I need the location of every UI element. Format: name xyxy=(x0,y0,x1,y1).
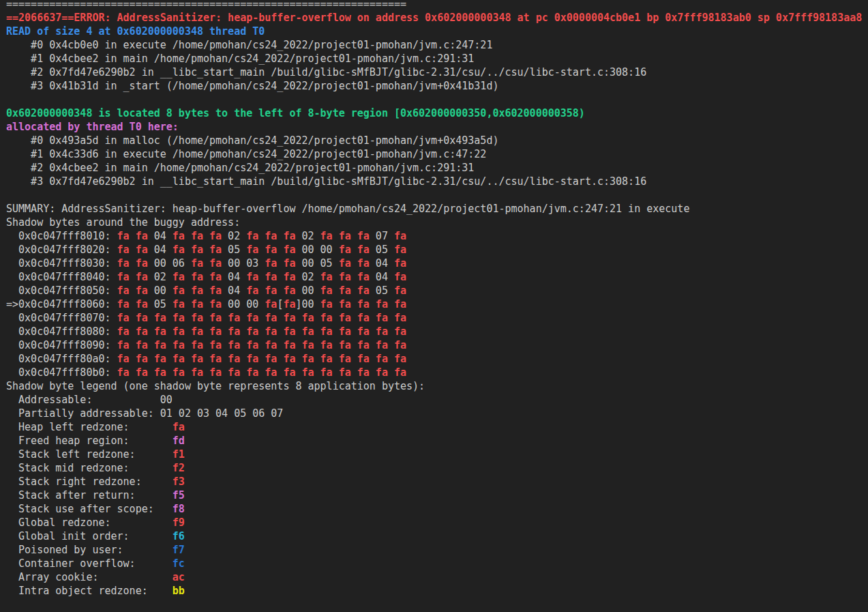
legend-row-text: Array cookie: xyxy=(6,571,173,583)
stack-frame: #1 0x4cbee2 in main /home/pmohan/cs24_20… xyxy=(6,52,868,65)
region-info-text: 0x602000000348 is located 8 bytes to the… xyxy=(6,107,585,119)
legend-row-text: Freed heap region: xyxy=(6,435,173,447)
shadow-row: 0x0c047fff8070: fa fa fa fa fa fa fa fa … xyxy=(6,311,868,325)
shadow-header-text: Shadow bytes around the buggy address: xyxy=(6,216,240,229)
stack-frame: #2 0x7fd47e6290b2 in __libc_start_main /… xyxy=(6,65,868,79)
terminal-output[interactable]: ========================================… xyxy=(0,0,868,598)
shadow-row-text: fa fa fa xyxy=(166,271,222,283)
legend-row-text: f8 xyxy=(173,503,185,515)
stack-frame: #3 0x7fd47e6290b2 in __libc_start_main /… xyxy=(6,175,868,188)
shadow-row-text: fa xyxy=(388,285,406,297)
shadow-row-text: fa fa xyxy=(333,244,370,256)
shadow-row-current-text: fa xyxy=(283,298,295,310)
shadow-row-text: 07 xyxy=(370,230,388,242)
region-info: 0x602000000348 is located 8 bytes to the… xyxy=(6,106,868,120)
stack-frame-text: #0 0x4cb0e0 in execute /home/pmohan/cs24… xyxy=(6,39,492,51)
legend-row: Array cookie: ac xyxy=(6,570,868,584)
shadow-row-text: 0x0c047fff8020: xyxy=(6,244,111,256)
stack-frame-text: #1 0x4c33d6 in execute /home/pmohan/cs24… xyxy=(6,148,486,160)
shadow-row-text: 00 xyxy=(148,285,166,297)
shadow-row-text: 00 05 xyxy=(295,257,332,269)
shadow-row-text: fa fa fa fa fa fa fa fa fa fa fa fa fa f… xyxy=(111,366,406,379)
legend-row: Global redzone: f9 xyxy=(6,516,868,529)
shadow-row-text: 02 xyxy=(295,230,314,242)
shadow-row-current-text: fa xyxy=(258,298,277,310)
stack-frame: #0 0x493a5d in malloc (/home/pmohan/cs24… xyxy=(6,134,868,147)
blank xyxy=(6,188,868,202)
shadow-row-text: fa xyxy=(388,257,406,269)
shadow-row-text: fa xyxy=(388,230,406,242)
legend-row: Stack use after scope: f8 xyxy=(6,502,868,516)
legend-row: Freed heap region: fd xyxy=(6,434,868,448)
shadow-row-text: 0x0c047fff8040: xyxy=(6,271,111,283)
legend-row-text: Stack left redzone: xyxy=(6,448,173,461)
legend-row-text: fd xyxy=(173,435,185,447)
shadow-row-text: fa fa fa xyxy=(314,271,370,283)
shadow-row-text: 00 00 xyxy=(295,244,332,256)
shadow-row-text: fa fa fa xyxy=(240,244,295,256)
shadow-row-text: 02 xyxy=(295,271,314,283)
shadow-row-text: 05 xyxy=(222,244,240,256)
legend-row-text: Global init order: xyxy=(6,530,173,542)
alloc-header-text: allocated by thread T0 here: xyxy=(6,121,179,133)
legend-row-text: Stack right redzone: xyxy=(6,476,173,488)
legend-row-text: bb xyxy=(173,585,185,597)
shadow-row-text: 04 xyxy=(222,285,240,297)
shadow-row-text: fa fa fa xyxy=(240,230,295,242)
shadow-row-text: 0x0c047fff8080: xyxy=(6,325,111,338)
stack-frame: #1 0x4c33d6 in execute /home/pmohan/cs24… xyxy=(6,147,868,161)
shadow-row-text: 04 xyxy=(370,271,388,283)
shadow-row-text: 02 xyxy=(222,230,240,242)
legend-row: Stack left redzone: f1 xyxy=(6,448,868,461)
shadow-row-text: fa fa fa xyxy=(240,285,295,297)
alloc-header: allocated by thread T0 here: xyxy=(6,120,868,134)
legend-row-text: Stack use after scope: xyxy=(6,503,173,515)
stack-frame-text: #2 0x7fd47e6290b2 in __libc_start_main /… xyxy=(6,66,646,78)
stack-frame: #0 0x4cb0e0 in execute /home/pmohan/cs24… xyxy=(6,38,868,52)
legend-row: Partially addressable: 01 02 03 04 05 06… xyxy=(6,407,868,420)
legend-row-text: f7 xyxy=(173,544,185,556)
shadow-row: 0x0c047fff8080: fa fa fa fa fa fa fa fa … xyxy=(6,325,868,338)
legend-row-text: f3 xyxy=(173,476,185,488)
shadow-row-text: fa fa xyxy=(258,257,295,269)
stack-frame-text: #2 0x4cbee2 in main /home/pmohan/cs24_20… xyxy=(6,162,474,174)
stack-frame-text: #3 0x7fd47e6290b2 in __libc_start_main /… xyxy=(6,175,646,188)
stack-frame: #3 0x41b31d in _start (/home/pmohan/cs24… xyxy=(6,79,868,93)
shadow-row-text: fa fa fa xyxy=(314,230,370,242)
legend-row: Global init order: f6 xyxy=(6,529,868,543)
shadow-row-text: 04 xyxy=(148,230,166,242)
shadow-row: 0x0c047fff8020: fa fa 04 fa fa fa 05 fa … xyxy=(6,243,868,257)
shadow-row-text: 02 xyxy=(148,271,166,283)
shadow-row-text: fa fa xyxy=(111,285,148,297)
shadow-row-current-text: =>0x0c047fff8060: xyxy=(6,298,111,310)
shadow-row: 0x0c047fff8030: fa fa 00 06 fa fa 00 03 … xyxy=(6,257,868,270)
error-line-text: ==2066637==ERROR: AddressSanitizer: heap… xyxy=(6,12,862,24)
stack-frame: #2 0x4cbee2 in main /home/pmohan/cs24_20… xyxy=(6,161,868,175)
shadow-row-text: fa xyxy=(388,244,406,256)
shadow-row-text: fa fa xyxy=(185,257,222,269)
shadow-row-current-text: fa fa fa fa fa xyxy=(314,298,406,310)
shadow-row-current-text: 05 xyxy=(148,298,166,310)
legend-header-text: Shadow byte legend (one shadow byte repr… xyxy=(6,380,425,392)
legend-row: Poisoned by user: f7 xyxy=(6,543,868,557)
separator: ========================================… xyxy=(6,0,868,11)
legend-row-text: f9 xyxy=(173,516,185,529)
shadow-row-current-text: 00 00 xyxy=(222,298,258,310)
shadow-row-text: 05 xyxy=(370,244,388,256)
shadow-row-text: fa fa fa xyxy=(166,285,222,297)
shadow-row: 0x0c047fff80a0: fa fa fa fa fa fa fa fa … xyxy=(6,352,868,366)
shadow-row-text: 00 06 xyxy=(148,257,185,269)
shadow-row-text: fa fa fa fa fa fa fa fa fa fa fa fa fa f… xyxy=(111,339,406,351)
shadow-row-text: fa fa xyxy=(333,257,370,269)
legend-row-text: Stack after return: xyxy=(6,489,173,501)
shadow-row-text: fa fa fa xyxy=(314,285,370,297)
shadow-row-text: 0x0c047fff8050: xyxy=(6,285,111,297)
shadow-row-text: fa fa fa fa fa fa fa fa fa fa fa fa fa f… xyxy=(111,312,406,324)
shadow-row-text: fa fa xyxy=(111,257,148,269)
legend-row: Stack right redzone: f3 xyxy=(6,475,868,489)
shadow-header: Shadow bytes around the buggy address: xyxy=(6,216,868,229)
stack-frame-text: #1 0x4cbee2 in main /home/pmohan/cs24_20… xyxy=(6,53,474,65)
shadow-row-text: fa fa fa xyxy=(166,244,222,256)
legend-row: Stack mid redzone: f2 xyxy=(6,461,868,475)
legend-row-text: Container overflow: xyxy=(6,557,173,570)
